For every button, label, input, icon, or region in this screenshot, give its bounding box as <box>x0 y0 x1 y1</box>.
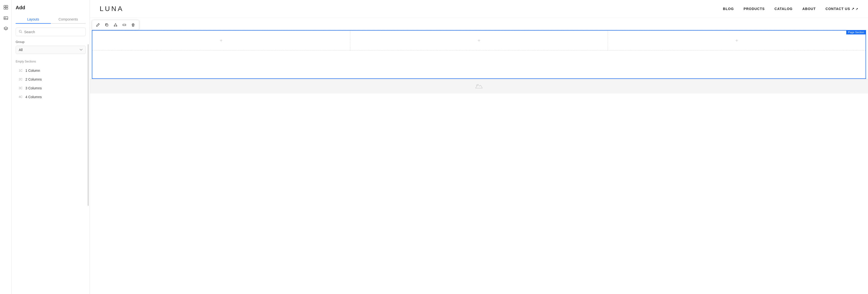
canvas-area: LUNA BLOG PRODUCTS CATALOG ABOUT CONTACT… <box>90 0 868 294</box>
svg-point-14 <box>476 85 477 86</box>
layers-icon[interactable] <box>1 25 10 33</box>
column-1-plus: + <box>220 38 222 43</box>
mountain-icon <box>475 83 483 90</box>
cut-button[interactable] <box>112 21 119 29</box>
columns-row: + + + <box>92 31 866 51</box>
layout-2c-code: 2C <box>17 78 23 81</box>
nav-bar: LUNA BLOG PRODUCTS CATALOG ABOUT CONTACT… <box>90 0 868 18</box>
page-section-wrapper: Page Section + + + <box>92 30 866 79</box>
scrollbar-track <box>88 0 89 294</box>
add-page-icon[interactable] <box>1 3 10 12</box>
website-preview: LUNA BLOG PRODUCTS CATALOG ABOUT CONTACT… <box>90 0 868 294</box>
layout-1c[interactable]: 1C 1 Column <box>16 66 86 75</box>
layout-4c-name: 4 Columns <box>25 95 42 99</box>
svg-line-7 <box>21 32 22 33</box>
layout-3c-name: 3 Columns <box>25 86 42 90</box>
svg-rect-13 <box>123 24 126 26</box>
page-section-badge: Page Section <box>846 30 866 34</box>
edit-button[interactable] <box>94 21 102 29</box>
layout-3c[interactable]: 3C 3 Columns <box>16 84 86 93</box>
column-3-plus: + <box>735 38 738 43</box>
sidebar-icon-panel <box>0 0 12 294</box>
add-panel: Add Layouts Components Group All Empty S… <box>12 0 90 294</box>
nav-link-about[interactable]: ABOUT <box>802 7 816 11</box>
svg-rect-4 <box>4 17 8 20</box>
nav-link-contact[interactable]: CONTACT US ↗ <box>826 7 858 11</box>
tab-bar: Layouts Components <box>16 15 86 24</box>
nav-logo: LUNA <box>100 5 124 13</box>
layout-1c-name: 1 Column <box>25 69 40 72</box>
svg-line-12 <box>116 24 117 25</box>
svg-rect-8 <box>106 24 108 26</box>
svg-rect-0 <box>4 5 6 7</box>
search-input[interactable] <box>24 30 83 34</box>
empty-sections-label: Empty Sections <box>16 60 86 63</box>
panel-title: Add <box>16 5 86 10</box>
page-section[interactable]: + + + <box>92 30 866 79</box>
layout-2c[interactable]: 2C 2 Columns <box>16 75 86 84</box>
column-1-drop[interactable]: + <box>92 31 350 50</box>
group-label: Group <box>16 40 86 44</box>
resize-button[interactable] <box>120 21 128 29</box>
layout-2c-name: 2 Columns <box>25 77 42 81</box>
search-icon <box>19 30 22 34</box>
scrollbar-thumb[interactable] <box>88 44 89 206</box>
svg-point-5 <box>5 17 5 18</box>
tab-layouts[interactable]: Layouts <box>16 15 51 24</box>
search-box <box>16 28 86 36</box>
nav-link-blog[interactable]: BLOG <box>723 7 734 11</box>
svg-rect-3 <box>6 7 8 9</box>
layout-4c[interactable]: 4C 4 Columns <box>16 93 86 101</box>
svg-rect-1 <box>6 5 8 7</box>
footer-area <box>90 79 868 94</box>
svg-rect-2 <box>4 7 6 9</box>
layout-1c-code: 1C <box>17 69 23 72</box>
tab-components[interactable]: Components <box>51 15 86 24</box>
duplicate-button[interactable] <box>103 21 111 29</box>
column-2-plus: + <box>477 38 480 43</box>
nav-link-products[interactable]: PRODUCTS <box>744 7 765 11</box>
delete-button[interactable] <box>129 21 137 29</box>
layout-4c-code: 4C <box>17 95 23 99</box>
column-3-drop[interactable]: + <box>608 31 866 50</box>
image-icon[interactable] <box>1 14 10 23</box>
column-2-drop[interactable]: + <box>350 31 608 50</box>
layout-3c-code: 3C <box>17 87 23 90</box>
svg-line-11 <box>115 24 116 25</box>
group-select[interactable]: All <box>16 46 86 54</box>
nav-link-catalog[interactable]: CATALOG <box>774 7 793 11</box>
element-toolbar <box>92 20 139 30</box>
nav-links: BLOG PRODUCTS CATALOG ABOUT CONTACT US ↗ <box>723 7 858 11</box>
